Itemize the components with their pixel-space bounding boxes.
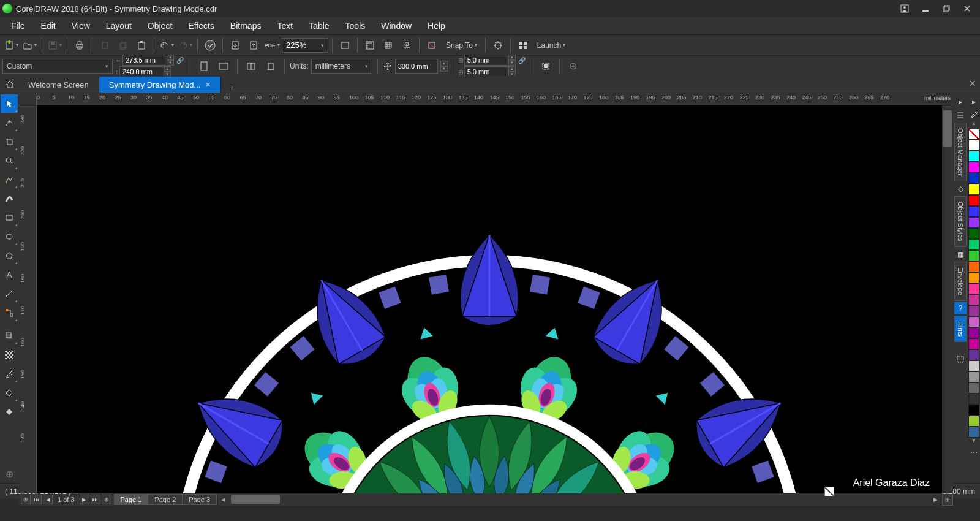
color-swatch[interactable] xyxy=(968,272,979,283)
save-button[interactable] xyxy=(46,37,63,54)
ruler-origin[interactable] xyxy=(18,93,37,105)
new-tab-button[interactable]: + xyxy=(225,84,239,93)
color-swatch[interactable] xyxy=(968,184,979,195)
tab-close-icon[interactable]: ✕ xyxy=(205,81,211,89)
docker-hints-icon[interactable]: ? xyxy=(954,302,967,314)
pick-tool[interactable] xyxy=(1,94,18,113)
first-page-button[interactable]: ⏮ xyxy=(32,495,42,504)
canvas[interactable]: Ariel Garaza Diaz xyxy=(37,105,942,493)
color-swatch[interactable] xyxy=(968,360,979,371)
ellipse-tool[interactable] xyxy=(1,227,18,246)
text-tool[interactable] xyxy=(1,265,18,284)
docker-styles-icon[interactable]: ◇ xyxy=(954,183,967,195)
menu-object[interactable]: Object xyxy=(140,18,179,33)
page-tab-3[interactable]: Page 3 xyxy=(182,494,217,505)
home-icon[interactable] xyxy=(2,78,17,91)
color-swatch[interactable] xyxy=(968,305,979,316)
color-swatch[interactable] xyxy=(968,427,979,438)
color-swatch[interactable] xyxy=(968,228,979,239)
dup-lock-icon[interactable]: 🔗 xyxy=(517,57,527,64)
page-preset-dropdown[interactable]: Custom▾ xyxy=(2,59,113,74)
color-swatch[interactable] xyxy=(968,316,979,327)
docker-expand-icon[interactable]: ▸ xyxy=(954,96,967,108)
swatch-no-color[interactable] xyxy=(968,129,979,140)
user-icon[interactable] xyxy=(894,0,915,17)
show-rulers-button[interactable] xyxy=(361,37,379,54)
rectangle-tool[interactable] xyxy=(1,208,18,227)
zoom-input[interactable] xyxy=(282,40,317,50)
minimize-button[interactable] xyxy=(915,0,936,17)
copy-button[interactable] xyxy=(115,37,132,54)
add-page-button[interactable]: ⊕ xyxy=(21,495,31,504)
fill-swatch[interactable] xyxy=(824,487,834,496)
color-eyedropper-tool[interactable] xyxy=(1,365,18,383)
color-swatch[interactable] xyxy=(968,239,979,250)
color-swatch[interactable] xyxy=(968,371,979,382)
last-page-button[interactable]: ⏭ xyxy=(91,495,100,504)
search-content-button[interactable] xyxy=(202,37,219,54)
palette-options-icon[interactable]: ⋯ xyxy=(968,446,980,458)
publish-pdf-button[interactable]: PDF xyxy=(263,37,281,54)
zoom-level[interactable]: ▾ xyxy=(282,38,328,53)
page-tab-1[interactable]: Page 1 xyxy=(114,494,149,505)
menu-effects[interactable]: Effects xyxy=(181,18,222,33)
eyedropper-palette-icon[interactable] xyxy=(968,108,980,120)
menu-bitmaps[interactable]: Bitmaps xyxy=(223,18,269,33)
cut-button[interactable] xyxy=(96,37,113,54)
docker-object-styles[interactable]: Object Styles xyxy=(954,196,967,247)
next-page-button[interactable]: ▶ xyxy=(80,495,89,504)
parallel-dimension-tool[interactable] xyxy=(1,284,18,303)
maximize-button[interactable] xyxy=(936,0,957,17)
docker-envelope-icon[interactable]: ▦ xyxy=(954,248,967,260)
snap-to-dropdown[interactable]: Snap To xyxy=(442,37,481,54)
crop-tool[interactable] xyxy=(1,132,18,151)
color-swatch[interactable] xyxy=(968,195,979,206)
drop-shadow-tool[interactable] xyxy=(1,327,18,345)
connector-tool[interactable] xyxy=(1,303,18,322)
open-button[interactable] xyxy=(21,37,38,54)
page-tab-2[interactable]: Page 2 xyxy=(148,494,183,505)
shape-tool[interactable] xyxy=(1,113,18,132)
menu-file[interactable]: File xyxy=(4,18,32,33)
snap-off-button[interactable] xyxy=(423,37,440,54)
width-spinner[interactable]: ▲▼ xyxy=(167,55,174,66)
new-button[interactable] xyxy=(2,37,20,54)
export-button[interactable] xyxy=(245,37,262,54)
units-dropdown[interactable]: millimeters▾ xyxy=(311,59,372,74)
smart-fill-tool[interactable] xyxy=(1,403,18,421)
show-guidelines-button[interactable] xyxy=(398,37,415,54)
vertical-ruler[interactable]: 230220210200190180170160150140130 xyxy=(18,105,37,493)
palette-up-button[interactable]: ▲ xyxy=(971,120,977,129)
app-launcher-icon[interactable] xyxy=(514,37,532,54)
docker-object-manager[interactable]: Object Manager xyxy=(954,123,967,181)
menu-edit[interactable]: Edit xyxy=(34,18,63,33)
docker-envelope[interactable]: Envelope xyxy=(954,262,967,301)
dup-x-input[interactable] xyxy=(464,55,507,66)
menu-text[interactable]: Text xyxy=(270,18,300,33)
freehand-tool[interactable] xyxy=(1,170,18,189)
redo-button[interactable] xyxy=(176,37,194,54)
color-swatch[interactable] xyxy=(968,349,979,360)
options-button[interactable] xyxy=(489,37,507,54)
portrait-button[interactable] xyxy=(195,58,213,75)
quick-customize-icon[interactable]: ⊕ xyxy=(565,58,582,75)
color-swatch[interactable] xyxy=(968,283,979,294)
color-swatch[interactable] xyxy=(968,206,979,217)
page-width-input[interactable] xyxy=(123,55,165,66)
interactive-fill-tool[interactable] xyxy=(1,384,18,402)
color-swatch[interactable] xyxy=(968,140,979,151)
color-swatch[interactable] xyxy=(968,162,979,173)
docker-list-icon[interactable] xyxy=(954,109,967,121)
launch-dropdown[interactable]: Launch xyxy=(533,37,570,54)
color-swatch[interactable] xyxy=(968,173,979,184)
show-grid-button[interactable] xyxy=(380,37,397,54)
color-swatch[interactable] xyxy=(968,151,979,162)
undo-button[interactable] xyxy=(158,37,175,54)
nudge-input[interactable] xyxy=(395,59,438,74)
paste-button[interactable] xyxy=(133,37,150,54)
nudge-spinner[interactable]: ▲▼ xyxy=(440,61,448,72)
color-swatch[interactable] xyxy=(968,405,979,416)
print-button[interactable] xyxy=(71,37,88,54)
vertical-scrollbar[interactable] xyxy=(942,105,953,493)
lock-ratio-icon[interactable]: 🔗 xyxy=(175,57,185,64)
